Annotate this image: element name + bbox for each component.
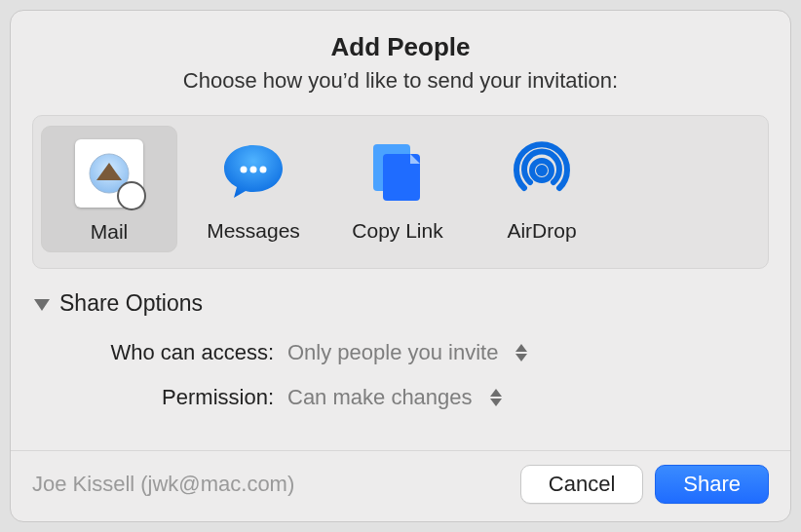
svg-point-3: [250, 167, 257, 173]
share-item-messages[interactable]: Messages: [185, 126, 322, 252]
chevron-down-icon: [515, 354, 527, 361]
mail-icon: [72, 136, 146, 210]
chevron-up-icon: [515, 344, 527, 352]
messages-icon: [216, 135, 290, 209]
share-options-title: Share Options: [59, 290, 203, 317]
share-options-disclosure[interactable]: Share Options: [34, 290, 767, 317]
svg-point-4: [260, 167, 267, 173]
share-item-mail[interactable]: Mail: [41, 126, 177, 252]
svg-point-8: [536, 165, 548, 176]
cancel-button[interactable]: Cancel: [520, 465, 643, 504]
access-row: Who can access: Only people you invite: [38, 340, 767, 365]
chevron-up-icon: [490, 389, 502, 397]
permission-label: Permission:: [38, 385, 274, 410]
share-item-label: Copy Link: [352, 219, 442, 243]
permission-value: Can make changes: [287, 385, 473, 410]
add-people-sheet: Add People Choose how you’d like to send…: [10, 10, 791, 522]
dialog-title: Add People: [30, 32, 771, 62]
access-label: Who can access:: [38, 340, 274, 365]
share-options-rows: Who can access: Only people you invite P…: [34, 340, 767, 410]
stepper-icon: [490, 389, 502, 406]
dialog-subtitle: Choose how you’d like to send your invit…: [30, 68, 771, 94]
access-value: Only people you invite: [287, 340, 498, 365]
header: Add People Choose how you’d like to send…: [11, 11, 790, 103]
chevron-down-icon: [490, 399, 502, 406]
airdrop-icon: [505, 135, 579, 209]
share-item-label: Messages: [207, 219, 300, 243]
stepper-icon: [515, 344, 527, 361]
permission-popup[interactable]: Can make changes: [287, 385, 502, 410]
share-item-airdrop[interactable]: AirDrop: [474, 126, 610, 252]
permission-row: Permission: Can make changes: [38, 385, 767, 410]
footer: Joe Kissell (jwk@mac.com) Cancel Share: [11, 450, 790, 521]
share-item-label: AirDrop: [507, 219, 576, 243]
share-methods-row: Mail Messages: [32, 115, 769, 269]
copy-link-icon: [361, 135, 435, 209]
share-options-section: Share Options Who can access: Only peopl…: [11, 269, 790, 410]
svg-point-2: [241, 167, 248, 173]
share-button[interactable]: Share: [655, 465, 769, 504]
share-item-copy-link[interactable]: Copy Link: [329, 126, 466, 252]
share-item-label: Mail: [91, 220, 129, 244]
account-status: Joe Kissell (jwk@mac.com): [32, 472, 294, 497]
access-popup[interactable]: Only people you invite: [287, 340, 527, 365]
disclosure-triangle-icon: [34, 299, 50, 311]
